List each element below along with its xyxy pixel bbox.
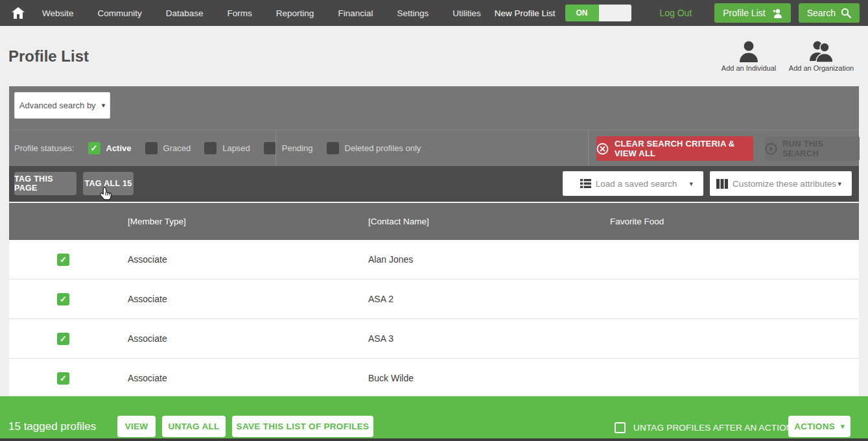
column-header-favorite-food: Favorite Food	[610, 203, 664, 240]
untag-all-button[interactable]: UNTAG ALL	[162, 416, 226, 437]
table-row: ✓ Associate Alan Jones	[9, 240, 859, 280]
cell-contact-name[interactable]: ASA 3	[368, 319, 393, 358]
advanced-search-label: Advanced search by	[19, 101, 96, 110]
profile-list-button-label: Profile List	[723, 8, 765, 18]
table-row: ✓ Associate ASA 3	[9, 319, 859, 359]
search-panel: Advanced search by ▾ Profile statuses: ✓…	[9, 86, 859, 202]
chevron-down-icon: ▾	[838, 180, 841, 187]
deleted-only-checkbox[interactable]	[327, 142, 339, 154]
column-header-contact-name: [Contact Name]	[368, 203, 429, 240]
nav-item-utilities[interactable]: Utilities	[452, 8, 481, 18]
list-icon	[580, 179, 591, 188]
graced-label: Graced	[163, 143, 191, 153]
nav-item-reporting[interactable]: Reporting	[276, 8, 314, 18]
tag-all-button[interactable]: TAG ALL 15	[83, 172, 134, 195]
untag-after-action-label: UNTAG PROFILES AFTER AN ACTION	[633, 423, 793, 433]
view-button[interactable]: VIEW	[117, 416, 156, 437]
active-label: Active	[106, 143, 132, 153]
tag-actions-row: TAG THIS PAGE TAG ALL 15 Load a saved se…	[9, 166, 859, 202]
add-individual-button[interactable]: Add an Individual	[713, 40, 784, 72]
load-saved-search-label: Load a saved search	[596, 179, 677, 189]
toggle-on-segment: ON	[565, 5, 599, 21]
lapsed-label: Lapsed	[222, 143, 250, 153]
lapsed-checkbox[interactable]	[204, 142, 217, 154]
divider	[276, 130, 276, 166]
nav-item-forms[interactable]: Forms	[228, 8, 252, 18]
cell-member-type: Associate	[128, 240, 167, 279]
save-list-button[interactable]: SAVE THIS LIST OF PROFILES	[232, 416, 373, 437]
pending-checkbox[interactable]	[264, 142, 276, 154]
people-icon	[771, 8, 782, 18]
row-tag-checkbox[interactable]: ✓	[57, 372, 69, 385]
profile-table: [Member Type] [Contact Name] Favorite Fo…	[9, 203, 859, 398]
tag-this-page-button[interactable]: TAG THIS PAGE	[14, 172, 76, 195]
nav-item-database[interactable]: Database	[166, 8, 204, 18]
customize-attributes-label: Customize these attributes	[733, 179, 836, 189]
profile-statuses-row: Profile statuses: ✓ Active Graced Lapsed…	[9, 130, 859, 166]
cell-member-type: Associate	[128, 319, 167, 358]
column-header-member-type: [Member Type]	[128, 203, 186, 240]
advanced-search-row: Advanced search by ▾	[9, 86, 859, 130]
page-header: Profile List Add an Individual Add an Or…	[0, 26, 868, 86]
run-search-button[interactable]: RUN THIS SEARCH	[765, 136, 860, 161]
cell-member-type: Associate	[128, 359, 167, 398]
nav-item-website[interactable]: Website	[42, 8, 74, 18]
run-search-label: RUN THIS SEARCH	[782, 139, 860, 158]
search-icon	[841, 8, 851, 18]
actions-dropdown-button[interactable]: ACTIONS ▾	[788, 416, 850, 437]
profile-list-button[interactable]: Profile List	[714, 3, 790, 23]
status-active: ✓ Active	[88, 142, 132, 154]
actions-label: ACTIONS	[794, 422, 835, 431]
organization-icon	[786, 40, 857, 62]
cell-contact-name[interactable]: ASA 2	[368, 280, 393, 318]
advanced-search-dropdown[interactable]: Advanced search by ▾	[14, 92, 110, 119]
nav-item-community[interactable]: Community	[98, 8, 142, 18]
active-checkbox[interactable]: ✓	[88, 142, 100, 154]
table-row: ✓ Associate Buck Wilde	[9, 359, 859, 398]
pending-label: Pending	[282, 143, 313, 153]
cell-contact-name[interactable]: Alan Jones	[368, 240, 413, 279]
circle-x-icon	[596, 143, 609, 155]
status-deleted-only: Deleted profiles only	[327, 142, 421, 154]
home-icon[interactable]	[8, 7, 28, 19]
clear-search-button[interactable]: CLEAR SEARCH CRITERIA & VIEW ALL	[596, 136, 753, 161]
new-profile-list-toggle[interactable]: ON	[565, 5, 631, 21]
add-organization-label: Add an Organization	[786, 64, 857, 72]
graced-checkbox[interactable]	[145, 142, 158, 154]
toggle-off-segment	[599, 5, 631, 21]
top-nav: Website Community Database Forms Reporti…	[0, 0, 868, 26]
customize-attributes-dropdown[interactable]: Customize these attributes ▾	[710, 171, 852, 196]
load-saved-search-dropdown[interactable]: Load a saved search ▾	[563, 171, 703, 196]
cell-member-type: Associate	[128, 280, 167, 318]
status-lapsed: Lapsed	[204, 142, 250, 154]
nav-menu: Website Community Database Forms Reporti…	[42, 8, 481, 18]
circle-play-icon	[765, 143, 777, 155]
table-header: [Member Type] [Contact Name] Favorite Fo…	[9, 203, 859, 240]
tagged-count-label: 15 tagged profiles	[8, 420, 96, 433]
columns-icon	[716, 179, 728, 189]
table-row: ✓ Associate ASA 2	[9, 280, 859, 319]
deleted-only-label: Deleted profiles only	[345, 143, 421, 153]
new-profile-list-label: New Profile List	[495, 8, 556, 18]
chevron-down-icon: ▾	[689, 180, 693, 187]
tagged-profiles-bar: 15 tagged profiles VIEW UNTAG ALL SAVE T…	[0, 396, 868, 438]
untag-after-action-checkbox[interactable]	[615, 422, 626, 433]
add-individual-label: Add an Individual	[713, 64, 784, 72]
profile-statuses-label: Profile statuses:	[14, 143, 75, 153]
person-icon	[713, 40, 784, 62]
add-organization-button[interactable]: Add an Organization	[786, 40, 857, 72]
nav-item-financial[interactable]: Financial	[338, 8, 373, 18]
row-tag-checkbox[interactable]: ✓	[57, 293, 69, 305]
row-tag-checkbox[interactable]: ✓	[57, 333, 69, 345]
page-title: Profile List	[8, 47, 89, 66]
cell-contact-name[interactable]: Buck Wilde	[368, 359, 414, 398]
nav-item-settings[interactable]: Settings	[397, 8, 428, 18]
chevron-down-icon: ▾	[102, 102, 106, 109]
divider	[588, 130, 589, 166]
search-button[interactable]: Search	[799, 3, 860, 23]
search-button-label: Search	[807, 8, 836, 18]
row-tag-checkbox[interactable]: ✓	[57, 254, 69, 266]
chevron-down-icon: ▾	[841, 423, 845, 430]
logout-link[interactable]: Log Out	[659, 8, 692, 18]
status-pending: Pending	[264, 142, 313, 154]
